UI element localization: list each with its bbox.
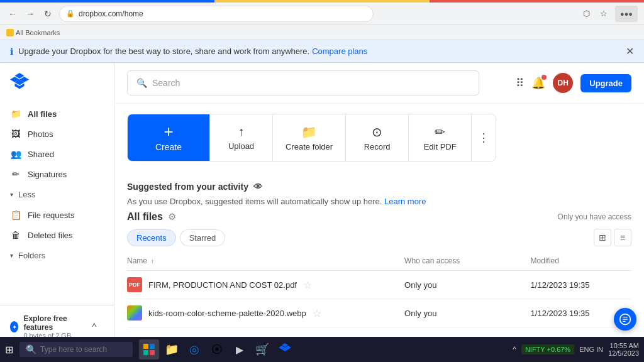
file-name-cell: kids-room-color-scheme-palette-2020.webp… [127,299,404,327]
header-actions: ⠿ 🔔 DH Upgrade [516,73,631,93]
windows-icon[interactable]: ⊞ [5,344,13,356]
store-icon: 🛒 [255,343,269,356]
edit-pdf-button[interactable]: ✏ Edit PDF [408,114,471,161]
taskbar-app-chrome[interactable]: ⦿ [207,339,227,359]
lock-icon: 🔒 [66,9,75,18]
bookmark-item[interactable]: All Bookmarks [6,29,60,36]
webp-file-icon [127,305,142,321]
record-icon: ⊙ [372,124,382,140]
eye-icon[interactable]: 👁 [253,182,262,192]
dropbox-taskbar-icon [279,343,291,356]
file-requests-icon: 📋 [10,209,21,221]
taskbar-app-terminal[interactable]: ▶ [230,339,250,359]
edge-icon: ◎ [189,343,199,356]
tab-recents[interactable]: Recents [127,229,176,246]
lang-indicator: ENG IN [579,346,603,353]
taskbar-app-dropbox[interactable] [275,339,295,359]
files-table-header: Name ↑ Who can access Modified [127,251,631,271]
search-box[interactable]: 🔍 Search [127,70,479,96]
sidebar-nav: 📁 All files 🖼 Photos 👥 Shared ✏ Signatur… [0,101,114,187]
avatar[interactable]: DH [553,73,573,93]
sidebar-item-all-files[interactable]: 📁 All files [0,104,114,124]
sidebar-item-shared[interactable]: 👥 Shared [0,144,114,164]
view-buttons: ⊞ ≡ [594,229,631,246]
time-display: 10:55 AM 12/5/2023 [608,342,639,357]
shared-icon: 👥 [10,148,21,160]
url-bar[interactable]: 🔒 dropbox.com/home [59,6,374,22]
refresh-button[interactable]: ↻ [42,8,54,20]
files-settings-icon[interactable]: ⚙ [168,211,176,222]
action-group: + Create ↑ Upload 📁 Create folder ⊙ Reco… [127,114,496,162]
suggested-section: Suggested from your activity 👁 As you us… [114,172,644,211]
notification-text: Upgrade your Dropbox for the best way to… [18,47,309,56]
sort-arrow-icon: ↑ [151,258,154,265]
file-access-cell: Only you [404,299,531,327]
files-table-body: PDF FIRM, PRODUCTION AND COST 02.pdf ☆ O… [127,271,631,327]
sidebar-item-signatures[interactable]: ✏ Signatures [0,164,114,184]
sidebar-collapse-button[interactable]: ^ [84,319,104,334]
taskbar-search[interactable]: 🔍 [19,342,133,357]
table-row[interactable]: PDF FIRM, PRODUCTION AND COST 02.pdf ☆ O… [127,271,631,299]
sidebar-logo [0,70,114,101]
notification-bar: ℹ Upgrade your Dropbox for the best way … [0,40,644,63]
upgrade-button[interactable]: Upgrade [580,74,631,92]
tabs-row: Recents Starred ⊞ ≡ [127,229,631,246]
share-button[interactable]: ⬡ [580,8,592,20]
explore-icon: ✦ [10,321,18,332]
sidebar-sub-nav: 📋 File requests 🗑 Deleted files [0,202,114,248]
sidebar: 📁 All files 🖼 Photos 👥 Shared ✏ Signatur… [0,63,114,362]
forward-button[interactable]: → [24,8,36,20]
star-icon[interactable]: ☆ [303,279,312,291]
more-actions-button[interactable]: ⋮ [471,114,496,161]
file-modified-cell: 1/12/2023 19:35 [531,271,631,299]
col-modified: Modified [531,251,631,271]
taskbar-app-explorer[interactable] [139,339,159,359]
learn-more-link[interactable]: Learn more [384,197,426,206]
list-view-button[interactable]: ≡ [614,229,631,246]
all-files-icon: 📁 [10,108,21,119]
grid-icon[interactable]: ⠿ [516,76,524,90]
close-notification-button[interactable]: ✕ [626,45,634,57]
suggested-title: Suggested from your activity [127,182,248,192]
file-name: kids-room-color-scheme-palette-2020.webp [148,309,306,318]
files-title: All files [127,211,163,222]
main-layout: 📁 All files 🖼 Photos 👥 Shared ✏ Signatur… [0,63,644,362]
folder-icon: 📁 [301,124,317,140]
record-button[interactable]: ⊙ Record [345,114,408,161]
chrome-icon: ⦿ [211,343,223,356]
chat-float-button[interactable] [614,308,636,331]
back-button[interactable]: ← [6,8,19,20]
sidebar-item-label: Photos [28,129,53,139]
top-color-bars [0,0,644,3]
upload-icon: ↑ [238,124,245,139]
create-folder-button[interactable]: 📁 Create folder [272,114,345,161]
tab-starred[interactable]: Starred [180,229,226,246]
files-title-row: All files ⚙ [127,211,176,222]
bookmark-button[interactable]: ☆ [597,8,610,20]
file-name-cell: PDF FIRM, PRODUCTION AND COST 02.pdf ☆ [127,271,404,299]
notification-badge [541,75,547,80]
file-access-cell: Only you [404,271,531,299]
create-button[interactable]: + Create [128,114,209,161]
upload-label: Upload [228,141,254,151]
taskbar-app-file-manager[interactable]: 📁 [162,339,182,359]
folders-section[interactable]: ▾ Folders [0,248,114,263]
files-table: Name ↑ Who can access Modified [127,251,631,327]
grid-view-button[interactable]: ⊞ [594,229,611,246]
sidebar-item-file-requests[interactable]: 📋 File requests [0,205,114,225]
bar-yellow [214,0,429,3]
compare-plans-link[interactable]: Compare plans [312,47,367,56]
sidebar-item-photos[interactable]: 🖼 Photos [0,124,114,144]
sidebar-item-deleted-files[interactable]: 🗑 Deleted files [0,225,114,245]
svg-rect-8 [150,344,155,349]
taskbar-apps: 📁 ◎ ⦿ ▶ 🛒 [139,339,295,359]
upload-button[interactable]: ↑ Upload [209,114,272,161]
taskbar-search-input[interactable] [40,345,116,354]
taskbar-app-store[interactable]: 🛒 [252,339,272,359]
edit-pdf-label: Edit PDF [424,142,457,151]
taskbar-app-edge[interactable]: ◎ [184,339,204,359]
dropbox-logo-icon [10,73,29,92]
star-icon[interactable]: ☆ [313,307,321,319]
table-row[interactable]: kids-room-color-scheme-palette-2020.webp… [127,299,631,327]
sidebar-collapse-toggle[interactable]: ▾ Less [0,187,114,202]
